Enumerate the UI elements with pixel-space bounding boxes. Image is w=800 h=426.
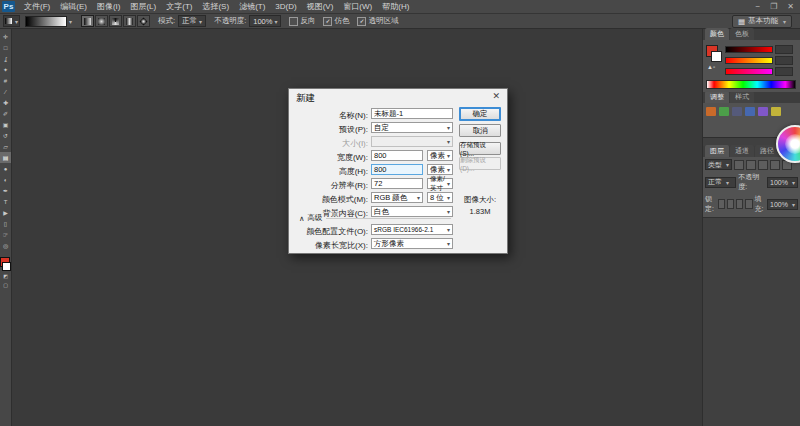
menu-image[interactable]: 图像(I) xyxy=(92,1,126,12)
color-spectrum-ramp[interactable] xyxy=(706,80,796,89)
filter-type-icon[interactable] xyxy=(758,160,768,170)
menu-layer[interactable]: 图层(L) xyxy=(125,1,161,12)
lock-all-icon[interactable] xyxy=(745,199,752,209)
radial-gradient-button[interactable] xyxy=(95,15,108,27)
dialog-close-icon[interactable]: ✕ xyxy=(492,91,500,101)
blend-mode-select[interactable]: 正常 ▾ xyxy=(178,15,206,27)
resolution-unit-select[interactable]: 像素/英寸 ▾ xyxy=(427,178,453,189)
height-input[interactable]: 800 xyxy=(371,164,423,175)
red-value-box[interactable] xyxy=(775,45,793,54)
menu-type[interactable]: 文字(T) xyxy=(161,1,197,12)
advanced-section-toggle[interactable]: ∧ 高级 xyxy=(299,213,451,223)
vibrance-adjustment-icon[interactable] xyxy=(758,107,768,116)
tab-adjustments[interactable]: 调整 xyxy=(705,91,729,103)
reverse-checkbox[interactable] xyxy=(289,17,298,26)
menu-edit[interactable]: 编辑(E) xyxy=(55,1,92,12)
width-input[interactable]: 800 xyxy=(371,150,423,161)
gamut-warning-icon[interactable]: ▲▫ xyxy=(707,64,715,70)
gradient-tool[interactable]: ▤ xyxy=(0,152,11,163)
spot-healing-brush-tool[interactable]: ✚ xyxy=(0,97,11,108)
preset-select[interactable]: 自定 ▾ xyxy=(371,122,453,133)
workspace-switcher[interactable]: ▦ 基本功能 ▾ xyxy=(732,15,792,28)
color-mode-select[interactable]: RGB 颜色 ▾ xyxy=(371,192,423,203)
crop-tool[interactable]: # xyxy=(0,75,11,86)
hand-tool[interactable]: ☞ xyxy=(0,229,11,240)
filter-pixel-icon[interactable] xyxy=(734,160,744,170)
curves-adjustment-icon[interactable] xyxy=(732,107,742,116)
linear-gradient-button[interactable] xyxy=(81,15,94,27)
tab-styles[interactable]: 样式 xyxy=(730,91,754,103)
green-slider[interactable] xyxy=(725,57,773,64)
ok-button[interactable]: 确定 xyxy=(459,107,501,121)
layer-fill-select[interactable]: 100% ▾ xyxy=(767,199,798,210)
menu-file[interactable]: 文件(F) xyxy=(19,1,55,12)
menu-window[interactable]: 窗口(W) xyxy=(338,1,377,12)
tab-channels[interactable]: 通道 xyxy=(730,145,754,157)
menu-3d[interactable]: 3D(D) xyxy=(270,2,301,11)
layer-opacity-select[interactable]: 100% ▾ xyxy=(767,177,798,188)
chevron-down-icon[interactable]: ▾ xyxy=(69,18,72,25)
red-slider[interactable] xyxy=(725,46,773,53)
width-unit-select[interactable]: 像素 ▾ xyxy=(427,150,453,161)
green-value-box[interactable] xyxy=(775,56,793,65)
zoom-tool[interactable]: ◎ xyxy=(0,240,11,251)
resolution-input[interactable]: 72 xyxy=(371,178,423,189)
quick-selection-tool[interactable]: ✦ xyxy=(0,64,11,75)
lock-transparent-icon[interactable] xyxy=(718,199,725,209)
lock-position-icon[interactable] xyxy=(736,199,743,209)
tool-preset-picker[interactable]: ▾ xyxy=(3,15,20,27)
menu-select[interactable]: 选择(S) xyxy=(197,1,234,12)
color-profile-select[interactable]: sRGB IEC61966-2.1 ▾ xyxy=(371,224,453,235)
pixel-aspect-select[interactable]: 方形像素 ▾ xyxy=(371,238,453,249)
background-color-swatch[interactable] xyxy=(2,262,11,271)
tab-swatches[interactable]: 色板 xyxy=(730,28,754,40)
screen-mode-button[interactable]: ▢ xyxy=(0,280,11,289)
reflected-gradient-button[interactable] xyxy=(123,15,136,27)
tab-layers[interactable]: 图层 xyxy=(705,145,729,157)
rectangle-tool[interactable]: ▯ xyxy=(0,218,11,229)
move-tool[interactable]: ✛ xyxy=(0,31,11,42)
bit-depth-select[interactable]: 8 位 ▾ xyxy=(427,192,453,203)
levels-adjustment-icon[interactable] xyxy=(719,107,729,116)
path-selection-tool[interactable]: ▶ xyxy=(0,207,11,218)
filter-shape-icon[interactable] xyxy=(770,160,780,170)
exposure-adjustment-icon[interactable] xyxy=(745,107,755,116)
opacity-select[interactable]: 100% ▾ xyxy=(249,15,281,27)
save-preset-button[interactable]: 存储预设(S)... xyxy=(459,142,501,155)
menu-view[interactable]: 视图(V) xyxy=(302,1,339,12)
blue-slider[interactable] xyxy=(725,68,773,75)
layers-list[interactable] xyxy=(703,217,800,426)
blur-tool[interactable]: ● xyxy=(0,163,11,174)
menu-help[interactable]: 帮助(H) xyxy=(377,1,414,12)
layer-filter-select[interactable]: 类型 ▾ xyxy=(705,159,732,170)
history-brush-tool[interactable]: ↺ xyxy=(0,130,11,141)
lock-pixels-icon[interactable] xyxy=(727,199,734,209)
brightness-adjustment-icon[interactable] xyxy=(706,107,716,116)
menu-filter[interactable]: 滤镜(T) xyxy=(234,1,270,12)
hue-adjustment-icon[interactable] xyxy=(771,107,781,116)
brush-tool[interactable]: ✐ xyxy=(0,108,11,119)
dither-checkbox[interactable]: ✓ xyxy=(323,17,332,26)
angle-gradient-button[interactable] xyxy=(109,15,122,27)
type-tool[interactable]: T xyxy=(0,196,11,207)
restore-icon[interactable]: ❐ xyxy=(770,2,777,11)
name-input[interactable]: 未标题-1 xyxy=(371,108,453,119)
lasso-tool[interactable]: ʆ xyxy=(0,53,11,64)
tab-color[interactable]: 颜色 xyxy=(705,28,729,40)
eyedropper-tool[interactable]: ∕ xyxy=(0,86,11,97)
diamond-gradient-button[interactable] xyxy=(137,15,150,27)
filter-adjustment-icon[interactable] xyxy=(746,160,756,170)
pen-tool[interactable]: ✒ xyxy=(0,185,11,196)
clone-stamp-tool[interactable]: ▣ xyxy=(0,119,11,130)
dodge-tool[interactable]: ◐ xyxy=(0,174,11,185)
eraser-tool[interactable]: ▱ xyxy=(0,141,11,152)
gradient-editor-preview[interactable] xyxy=(25,16,67,27)
height-unit-select[interactable]: 像素 ▾ xyxy=(427,164,453,175)
rectangular-marquee-tool[interactable]: □ xyxy=(0,42,11,53)
close-icon[interactable]: ✕ xyxy=(787,2,794,11)
transparency-checkbox[interactable]: ✓ xyxy=(357,17,366,26)
blue-value-box[interactable] xyxy=(775,67,793,76)
panel-background-swatch[interactable] xyxy=(711,51,722,62)
layer-blend-mode-select[interactable]: 正常 ▾ xyxy=(705,177,736,188)
quick-mask-button[interactable]: ◩ xyxy=(0,271,11,280)
